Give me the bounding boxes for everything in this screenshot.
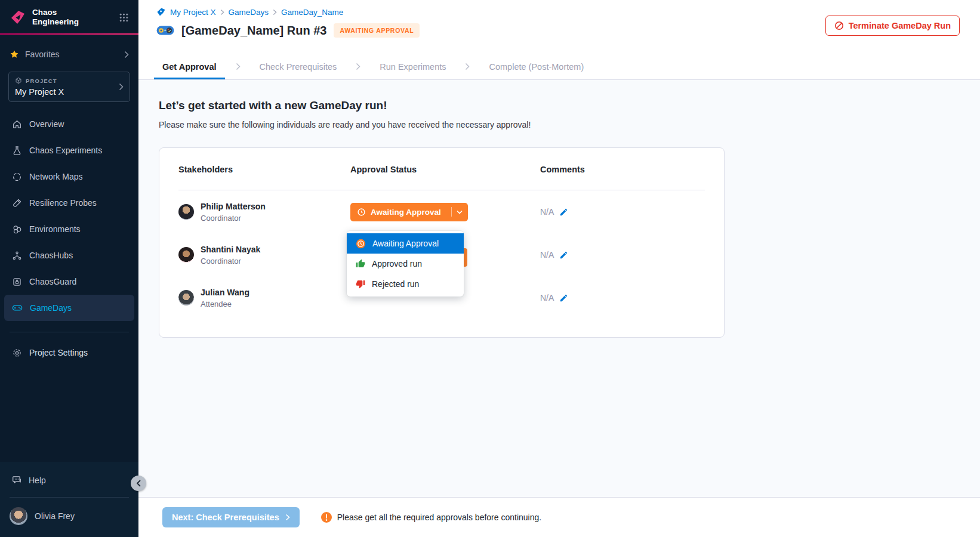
section-heading: Let’s get started with a new GameDay run… [159,99,980,112]
comment-value: N/A [540,207,554,217]
column-comments: Comments [540,165,705,174]
warning-icon [321,512,332,523]
sidebar-item-network-maps[interactable]: Network Maps [4,163,134,190]
chevron-right-icon [273,9,277,16]
stakeholder-role: Coordinator [201,257,260,266]
sidebar-item-resilience-probes[interactable]: Resilience Probes [4,190,134,216]
avatar [178,204,194,220]
run-stepper: Get Approval Check Prerequisites Run Exp… [138,54,980,80]
dropdown-option-awaiting-approval[interactable]: Awaiting Approval [347,233,464,254]
next-check-prerequisites-button[interactable]: Next: Check Prerequisites [162,507,300,527]
chevron-left-icon [136,480,141,487]
chevron-right-icon [119,83,124,91]
sidebar: Chaos Engineering Favorites [0,0,138,537]
brand-name: Chaos Engineering [32,8,79,27]
thumb-up-green-icon [356,259,365,268]
clock-icon [357,208,366,217]
sidebar-item-overview[interactable]: Overview [4,111,134,137]
avatar [178,247,194,263]
stakeholder-role: Coordinator [201,214,266,223]
sidebar-item-chaoshubs[interactable]: ChaosHubs [4,242,134,268]
cube-icon [15,77,22,84]
project-name: My Project X [15,87,119,97]
probe-icon [12,198,22,208]
brand-accent-line [0,33,138,35]
module-grid-icon[interactable] [119,13,129,23]
breadcrumb-project[interactable]: My Project X [170,8,216,17]
harness-breadcrumb-icon [156,7,166,17]
sidebar-item-chaos-experiments[interactable]: Chaos Experiments [4,137,134,163]
prohibited-icon [834,21,844,30]
chevron-down-icon [457,210,463,214]
dropdown-option-rejected-run[interactable]: Rejected run [347,274,464,294]
user-avatar [10,507,27,525]
comment-value: N/A [540,250,554,260]
step-complete-post-mortem[interactable]: Complete (Post-Mortem) [480,54,592,79]
user-menu[interactable]: Olivia Frey [0,505,138,537]
gamepad-title-icon [156,24,174,36]
sidebar-item-project-settings[interactable]: Project Settings [0,341,138,365]
sidebar-item-favorites[interactable]: Favorites [0,45,138,63]
favorites-label: Favorites [25,50,60,59]
sidebar-item-chaosguard[interactable]: ChaosGuard [4,268,134,295]
sidebar-divider [10,332,129,332]
warning-text: Please get all the required approvals be… [337,513,541,522]
column-approval-status: Approval Status [350,165,540,174]
dropdown-option-approved-run[interactable]: Approved run [347,254,464,274]
flask-icon [12,146,22,156]
content-area: Let’s get started with a new GameDay run… [138,80,980,497]
approval-status-dropdown-menu: Awaiting Approval Approved run Rejected … [347,231,464,297]
star-icon [10,50,19,59]
chevron-right-icon [236,54,241,79]
comment-value: N/A [540,293,554,303]
breadcrumb-gamedays[interactable]: GameDays [229,8,269,17]
shield-lock-icon [12,277,22,287]
sidebar-footer: Help Olivia Frey [0,462,138,537]
chevron-right-icon [356,54,360,79]
status-badge: AWAITING APPROVAL [334,23,420,38]
stakeholder-name: Julian Wang [201,288,249,297]
sidebar-item-gamedays[interactable]: GameDays [4,295,134,321]
edit-comment-icon[interactable] [559,208,568,217]
footer-bar: Next: Check Prerequisites Please get all… [138,497,980,537]
help-chat-icon [12,475,22,485]
sidebar-divider [10,497,129,498]
thumb-down-red-icon [356,279,365,289]
project-label: PROJECT [26,78,57,84]
stakeholder-role: Attendee [201,300,249,308]
step-run-experiments[interactable]: Run Experiments [371,54,454,79]
column-stakeholders: Stakeholders [178,165,350,174]
table-row: Philip Matterson Coordinator Awaiting Ap… [178,190,705,233]
hub-icon [12,251,22,261]
sidebar-collapse-toggle[interactable] [131,476,146,491]
chevron-right-icon [465,54,470,79]
sidebar-header: Chaos Engineering [0,0,138,33]
home-icon [12,119,22,129]
stakeholder-name: Shantini Nayak [201,245,260,254]
sidebar-nav: Overview Chaos Experiments Network Maps … [0,111,138,321]
page-header: My Project X GameDays GameDay_Name [Game… [138,0,980,54]
edit-comment-icon[interactable] [559,251,568,260]
section-subheading: Please make sure the following individua… [159,120,980,129]
breadcrumb-gameday-name[interactable]: GameDay_Name [281,8,343,17]
sidebar-item-environments[interactable]: Environments [4,216,134,242]
approval-status-dropdown-button[interactable]: Awaiting Approval [350,203,468,221]
terminate-gameday-button[interactable]: Terminate GameDay Run [825,16,960,36]
page-title: [GameDay_Name] Run #3 [181,24,326,38]
row2-status-button-sliver[interactable] [464,248,467,267]
chevron-right-icon [124,51,129,58]
user-name: Olivia Frey [35,511,75,521]
circle-icon [12,172,22,182]
sidebar-item-help[interactable]: Help [0,470,138,490]
step-get-approval[interactable]: Get Approval [154,54,225,79]
chevron-right-icon [220,9,224,16]
project-selector[interactable]: PROJECT My Project X [8,72,130,102]
chevron-right-icon [285,514,290,521]
edit-comment-icon[interactable] [559,294,568,303]
app-root: Chaos Engineering Favorites [0,0,980,537]
stakeholders-card: Stakeholders Approval Status Comments Ph… [159,147,725,338]
chaos-engineering-logo-icon [10,9,26,26]
stakeholder-name: Philip Matterson [201,202,266,211]
step-check-prerequisites[interactable]: Check Prerequisites [251,54,346,79]
environments-icon [12,224,22,234]
